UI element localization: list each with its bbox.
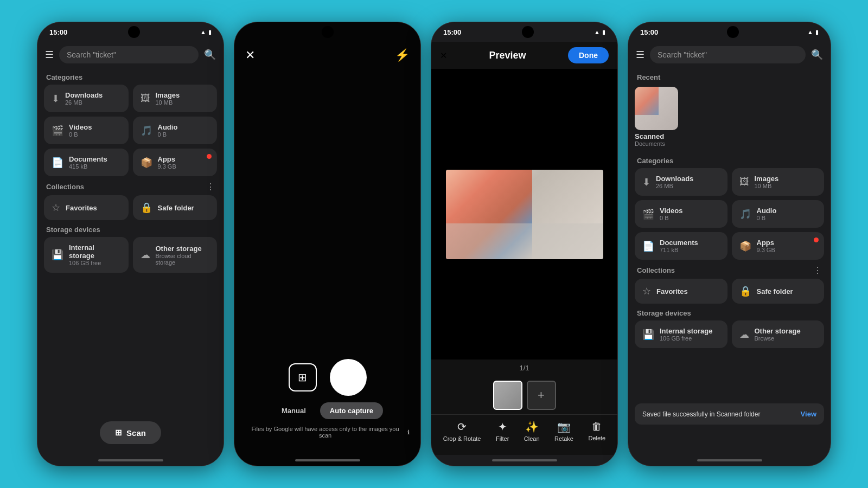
preview-toolbar: ⟳ Crop & Rotate ✦ Filter ✨ Clean 📷 Retak… [431, 414, 617, 455]
clean-label: Clean [524, 435, 540, 442]
crop-label: Crop & Rotate [443, 435, 481, 442]
storage-other-1[interactable]: ☁ Other storage Browse cloud storage [133, 237, 218, 273]
search-icon-4[interactable]: 🔍 [811, 49, 823, 61]
storage-grid-4: 💾 Internal storage 106 GB free ☁ Other s… [628, 320, 831, 348]
auto-capture-mode-btn[interactable]: Auto capture [320, 402, 383, 419]
scan-label-1: Scan [126, 428, 146, 438]
storage-sub-other-1: Browse cloud storage [156, 253, 210, 266]
camera-notch-4 [727, 26, 739, 38]
apps-icon-4: 📦 [739, 240, 751, 252]
gallery-button[interactable]: ⊞ [289, 363, 317, 391]
camera-notch-1 [128, 26, 140, 38]
star-icon-1: ☆ [52, 202, 60, 214]
cat-documents-1[interactable]: 📄 Documents 415 kB [44, 149, 129, 176]
done-button[interactable]: Done [568, 47, 609, 63]
col-favorites-1[interactable]: ☆ Favorites [44, 195, 129, 220]
status-bar-4: 15:00 ▲ ▮ [628, 22, 831, 42]
storage-name-internal-1: Internal storage [69, 243, 121, 260]
cat-size-images-1: 10 MB [156, 99, 180, 106]
camera-view: ✕ ⚡ ⊞ Manual Auto capture Files by Googl… [234, 42, 420, 455]
flash-icon-2[interactable]: ⚡ [395, 48, 410, 62]
cat-size-videos-1: 0 B [69, 131, 92, 138]
close-icon-3[interactable]: ✕ [440, 50, 447, 61]
col-safefolder-1[interactable]: 🔒 Safe folder [133, 195, 218, 220]
clean-btn[interactable]: ✨ Clean [524, 420, 540, 442]
cat-downloads-1[interactable]: ⬇ Downloads 26 MB [44, 85, 129, 112]
add-page-button[interactable]: + [527, 381, 556, 410]
battery-icon-4: ▮ [815, 29, 819, 36]
collections-title-4: Collections [637, 266, 675, 274]
status-time-4: 15:00 [640, 28, 658, 36]
status-time-1: 15:00 [49, 28, 67, 36]
cat-name-downloads-1: Downloads [65, 91, 103, 99]
privacy-note: Files by Google will have access only to… [245, 426, 410, 439]
images-icon-4: 🖼 [739, 176, 749, 188]
delete-btn[interactable]: 🗑 Delete [588, 420, 605, 442]
camera-controls: ⊞ Manual Auto capture Files by Google wi… [234, 348, 420, 455]
cat-name-audio-1: Audio [158, 123, 178, 131]
clean-icon: ✨ [525, 420, 539, 433]
cat-audio-1[interactable]: 🎵 Audio 0 B [133, 117, 218, 144]
more-icon-4[interactable]: ⋮ [813, 265, 822, 275]
menu-icon-1[interactable]: ☰ [45, 49, 54, 61]
cat-apps-4[interactable]: 📦 Apps 9.3 GB [732, 232, 825, 260]
more-icon-1[interactable]: ⋮ [206, 182, 215, 192]
categories-title-1: Categories [37, 68, 224, 85]
crop-rotate-btn[interactable]: ⟳ Crop & Rotate [443, 420, 481, 442]
cat-size-audio-1: 0 B [158, 131, 178, 138]
home-indicator-1 [37, 455, 224, 466]
cat-apps-1[interactable]: 📦 Apps 9.3 GB [133, 149, 218, 176]
camera-top-bar: ✕ ⚡ [234, 42, 420, 69]
col-favorites-4[interactable]: ☆ Favorites [635, 279, 727, 304]
menu-icon-4[interactable]: ☰ [636, 49, 644, 61]
cat-size-apps-1: 9.3 GB [158, 163, 176, 170]
cat-videos-4[interactable]: 🎬 Videos 0 B [635, 200, 727, 228]
home-indicator-3 [431, 455, 617, 466]
search-bar-4[interactable]: ☰ Search "ticket" 🔍 [628, 42, 831, 68]
shutter-button[interactable] [330, 359, 367, 396]
home-bar-3 [492, 459, 557, 461]
status-icons-3: ▲ ▮ [594, 29, 605, 36]
download-icon-1: ⬇ [52, 93, 60, 105]
retake-icon: 📷 [557, 420, 571, 433]
filter-icon: ✦ [498, 420, 507, 433]
close-icon-2[interactable]: ✕ [245, 48, 255, 62]
storage-title-4: Storage devices [628, 304, 831, 320]
col-safefolder-4[interactable]: 🔒 Safe folder [732, 279, 825, 304]
cat-size-documents-1: 415 kB [69, 163, 107, 170]
home-bar-2 [295, 459, 360, 461]
phone-4: 15:00 ▲ ▮ ☰ Search "ticket" 🔍 Recent Sca… [628, 22, 831, 466]
internal-storage-icon-4: 💾 [642, 329, 654, 341]
scan-button-1[interactable]: ⊞ Scan [100, 421, 161, 444]
storage-internal-1[interactable]: 💾 Internal storage 106 GB free [44, 237, 129, 273]
search-field-1[interactable]: Search "ticket" [59, 46, 199, 63]
search-icon-1[interactable]: 🔍 [204, 49, 216, 61]
storage-internal-4[interactable]: 💾 Internal storage 106 GB free [635, 320, 727, 348]
cat-images-4[interactable]: 🖼 Images 10 MB [732, 168, 825, 196]
cat-audio-4[interactable]: 🎵 Audio 0 B [732, 200, 825, 228]
storage-other-4[interactable]: ☁ Other storage Browse [732, 320, 825, 348]
filter-btn[interactable]: ✦ Filter [496, 420, 509, 442]
cat-documents-4[interactable]: 📄 Documents 711 kB [635, 232, 727, 260]
toast-action-button[interactable]: View [801, 410, 816, 418]
search-field-4[interactable]: Search "ticket" [650, 46, 806, 63]
manual-mode-btn[interactable]: Manual [272, 402, 316, 419]
thumbnail-1[interactable] [493, 381, 522, 410]
search-bar-1[interactable]: ☰ Search "ticket" 🔍 [37, 42, 224, 68]
status-time-3: 15:00 [443, 28, 461, 36]
documents-icon-4: 📄 [642, 240, 654, 252]
storage-sub-internal-1: 106 GB free [69, 260, 121, 266]
home-bar-4 [697, 459, 762, 461]
cat-name-images-1: Images [156, 91, 180, 99]
videos-icon-4: 🎬 [642, 208, 654, 220]
cat-images-1[interactable]: 🖼 Images 10 MB [133, 85, 218, 112]
preview-screen: ✕ Preview Done 1/1 + ⟳ Crop & Rotate ✦ F… [431, 42, 617, 455]
recent-thumbnail-4[interactable] [635, 87, 678, 130]
retake-btn[interactable]: 📷 Retake [554, 420, 573, 442]
battery-icon-1: ▮ [208, 29, 212, 36]
cat-downloads-4[interactable]: ⬇ Downloads 26 MB [635, 168, 727, 196]
home-bar-1 [98, 459, 163, 461]
phone4-content: ☰ Search "ticket" 🔍 Recent Scanned Docum… [628, 42, 831, 466]
preview-image [446, 170, 603, 259]
cat-videos-1[interactable]: 🎬 Videos 0 B [44, 117, 129, 144]
